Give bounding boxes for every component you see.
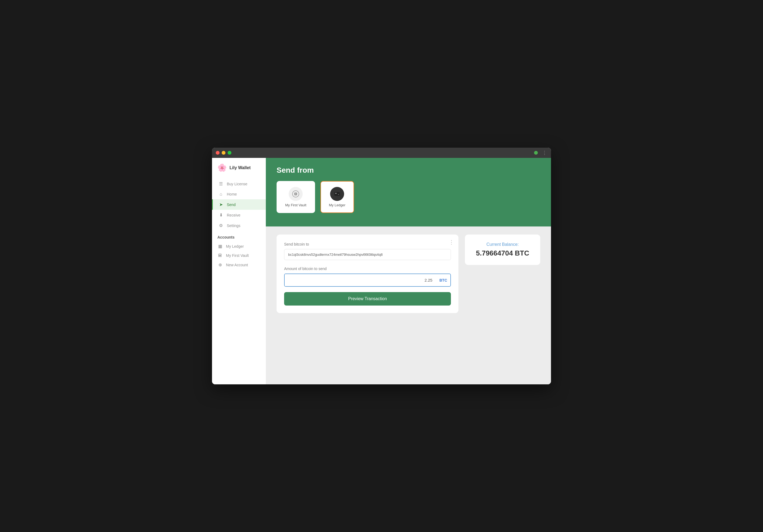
- sidebar-item-send[interactable]: ➤ Send: [212, 199, 266, 210]
- main-content: Send from My First Vault: [266, 158, 551, 384]
- sidebar-item-label-settings: Settings: [227, 224, 241, 228]
- vault-icon: [289, 187, 303, 201]
- my-ledger-icon: ▦: [217, 244, 223, 249]
- close-button[interactable]: [216, 151, 220, 155]
- main-header: Send from My First Vault: [266, 158, 551, 227]
- form-menu-icon[interactable]: ⋮: [449, 239, 454, 245]
- sidebar-item-buy-license[interactable]: ☰ Buy License: [212, 178, 266, 189]
- app-body: 🌸 Lily Wallet ☰ Buy License ⌂ Home ➤ Sen…: [212, 158, 551, 384]
- sidebar: 🌸 Lily Wallet ☰ Buy License ⌂ Home ➤ Sen…: [212, 158, 266, 384]
- send-icon: ➤: [218, 202, 224, 207]
- traffic-lights: [216, 151, 231, 155]
- page-title: Send from: [276, 166, 540, 174]
- balance-label: Current Balance:: [487, 242, 519, 247]
- sidebar-item-receive[interactable]: ⬇ Receive: [212, 210, 266, 220]
- sidebar-item-label-my-ledger: My Ledger: [226, 244, 244, 249]
- accounts-section-label: Accounts: [212, 231, 266, 242]
- account-card-my-first-vault[interactable]: My First Vault: [276, 181, 315, 213]
- new-account-icon: ⊕: [217, 262, 223, 267]
- connection-status-dot: [534, 151, 538, 155]
- sidebar-item-label-my-first-vault: My First Vault: [226, 253, 249, 258]
- logo-text: Lily Wallet: [230, 165, 251, 170]
- sidebar-item-label-receive: Receive: [227, 213, 241, 217]
- amount-section: Amount of bitcoin to send BTC: [284, 266, 451, 287]
- buy-license-icon: ☰: [218, 181, 224, 186]
- amount-currency: BTC: [436, 278, 450, 282]
- home-icon: ⌂: [218, 192, 224, 197]
- minimize-button[interactable]: [222, 151, 225, 155]
- sidebar-item-label-new-account: New Account: [226, 263, 248, 267]
- sidebar-item-home[interactable]: ⌂ Home: [212, 189, 266, 199]
- my-first-vault-icon: 🏛: [217, 253, 223, 258]
- svg-rect-3: [334, 192, 340, 196]
- account-card-my-ledger[interactable]: My Ledger: [320, 181, 354, 213]
- sidebar-item-new-account[interactable]: ⊕ New Account: [212, 260, 266, 269]
- address-label: Send bitcoin to: [284, 242, 451, 246]
- amount-input[interactable]: [285, 274, 436, 286]
- account-card-label-vault: My First Vault: [285, 203, 306, 207]
- address-input[interactable]: [284, 249, 451, 260]
- logo-icon: 🌸: [217, 163, 227, 172]
- preview-transaction-button[interactable]: Preview Transaction: [284, 292, 451, 305]
- sidebar-item-label-buy-license: Buy License: [227, 182, 247, 186]
- titlebar-menu-icon[interactable]: ⋮: [542, 150, 547, 156]
- titlebar: ⋮: [212, 148, 551, 158]
- sidebar-item-my-ledger[interactable]: ▦ My Ledger: [212, 242, 266, 251]
- sidebar-item-label-send: Send: [227, 202, 236, 207]
- sidebar-item-label-home: Home: [227, 192, 237, 196]
- ledger-wallet-icon: [330, 187, 344, 201]
- amount-input-wrapper: BTC: [284, 273, 451, 287]
- svg-point-5: [338, 194, 339, 195]
- send-form-card: ⋮ Send bitcoin to Amount of bitcoin to s…: [276, 235, 459, 313]
- main-body: ⋮ Send bitcoin to Amount of bitcoin to s…: [266, 227, 551, 384]
- balance-card: Current Balance: 5.79664704 BTC: [465, 235, 540, 265]
- app-window: ⋮ 🌸 Lily Wallet ☰ Buy License ⌂ Home ➤ S…: [212, 148, 551, 384]
- account-selector: My First Vault My Ledger: [276, 181, 540, 213]
- svg-point-0: [292, 191, 299, 197]
- account-card-label-ledger: My Ledger: [329, 203, 346, 207]
- sidebar-item-settings[interactable]: ⚙ Settings: [212, 220, 266, 231]
- sidebar-item-my-first-vault[interactable]: 🏛 My First Vault: [212, 251, 266, 260]
- maximize-button[interactable]: [228, 151, 231, 155]
- titlebar-right: ⋮: [534, 150, 547, 156]
- amount-label: Amount of bitcoin to send: [284, 266, 451, 271]
- settings-icon: ⚙: [218, 223, 224, 228]
- receive-icon: ⬇: [218, 212, 224, 218]
- svg-rect-4: [335, 193, 337, 194]
- balance-value: 5.79664704 BTC: [476, 249, 529, 258]
- logo-area: 🌸 Lily Wallet: [212, 163, 266, 178]
